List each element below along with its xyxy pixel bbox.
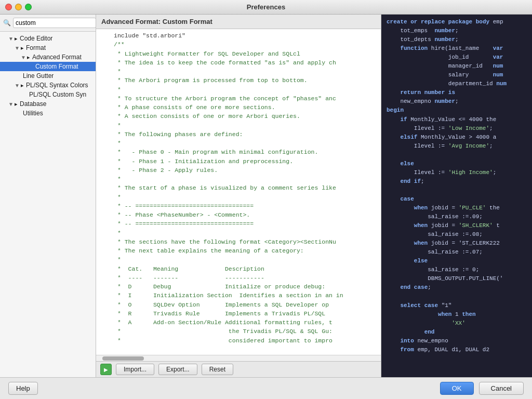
close-button[interactable] bbox=[5, 4, 12, 10]
code-line: * - Phase 0 - Main program with minimal … bbox=[96, 148, 381, 156]
sidebar-item-advanced-format[interactable]: ▼ ▸ Advanced Format bbox=[0, 52, 96, 62]
code-text: * bbox=[114, 67, 121, 76]
code-text: * Cat. Meaning Description bbox=[114, 264, 264, 273]
editor-title: Advanced Format: Custom Format bbox=[96, 15, 381, 29]
code-line: * bbox=[96, 121, 381, 130]
right-code-line: else bbox=[383, 257, 530, 265]
code-text: * bbox=[114, 255, 121, 264]
code-line: * considered important to impro bbox=[96, 336, 381, 345]
code-line: include "std.arbori" bbox=[96, 31, 381, 40]
right-code-line: end if; bbox=[383, 177, 530, 186]
code-text: * the Trivadis PL/SQL & SQL Gu: bbox=[114, 327, 332, 336]
right-code-line bbox=[383, 151, 530, 159]
code-text: * The idea is to keep the code formatted… bbox=[114, 58, 336, 67]
right-code-line: Ilevel := 'Avg Income'; bbox=[383, 142, 530, 151]
search-icon: 🔍 bbox=[3, 19, 11, 26]
right-code-line: new_empno number; bbox=[383, 97, 530, 106]
ok-button[interactable]: OK bbox=[440, 382, 474, 395]
arrow-icon: ▼ bbox=[8, 36, 15, 42]
right-code-line: when jobid = 'PU_CLE' the bbox=[383, 204, 530, 212]
scrollbar-thumb[interactable] bbox=[102, 356, 144, 361]
code-line: * - Phase 1 - Initialization and preproc… bbox=[96, 157, 381, 166]
code-line: * -- ================================= bbox=[96, 219, 381, 228]
help-button[interactable]: Help bbox=[8, 382, 38, 395]
right-code-line: when jobid = 'SH_CLERK' t bbox=[383, 221, 530, 230]
export-button[interactable]: Export... bbox=[158, 364, 197, 375]
sidebar-item-code-editor[interactable]: ▼ ▸ Code Editor bbox=[0, 34, 96, 43]
code-text: * The start of a phase is visualized by … bbox=[114, 183, 336, 192]
right-code-line: return number is bbox=[383, 88, 530, 97]
right-code-line: manager_id num bbox=[383, 62, 530, 71]
folder-icon: ▸ bbox=[15, 101, 18, 108]
horizontal-scrollbar[interactable] bbox=[96, 355, 381, 361]
right-code-line: create or replace package body emp bbox=[383, 18, 530, 26]
code-text: * bbox=[114, 193, 121, 202]
sidebar-item-plsql-syntax-colors[interactable]: ▼ ▸ PL/SQL Syntax Colors bbox=[0, 81, 96, 90]
code-text: * Lightweight Formatter for SQL Develope… bbox=[114, 49, 300, 58]
right-code-line: Ilevel := 'Low Income'; bbox=[383, 124, 530, 133]
code-text: * A Add-on Section/Rule Additional forma… bbox=[114, 318, 332, 327]
sidebar-item-label: Line Gutter bbox=[23, 72, 54, 79]
search-input[interactable] bbox=[13, 18, 96, 28]
code-text: * bbox=[114, 175, 121, 183]
code-text: * -- Phase <PhaseNumber> - <Comment>. bbox=[114, 210, 250, 219]
sidebar-item-utilities[interactable]: Utilities bbox=[0, 109, 96, 118]
minimize-button[interactable] bbox=[15, 4, 22, 10]
folder-icon: ▸ bbox=[21, 82, 24, 89]
code-line: * A phase consists of one ore more secti… bbox=[96, 103, 381, 112]
run-button[interactable]: ▶ bbox=[100, 364, 112, 375]
code-line: * D Debug Initialize or produce debug: bbox=[96, 282, 381, 291]
sidebar-item-format[interactable]: ▼ ▸ Format bbox=[0, 43, 96, 52]
right-code-line: case bbox=[383, 195, 530, 204]
sidebar-item-label: PL/SQL Custom Syn bbox=[29, 91, 86, 98]
sidebar: 🔍 ✕ ▼ ▸ Code Editor ▼ ▸ Format ▼ ▸ Advan… bbox=[0, 15, 96, 377]
code-line: * The following phases are defined: bbox=[96, 130, 381, 139]
right-code-line bbox=[383, 186, 530, 195]
right-code-line: when jobid = 'ST_CLERK222 bbox=[383, 239, 530, 248]
code-text: * R Trivadis Rule Implements a Trivadis … bbox=[114, 309, 325, 318]
right-code-line: from emp, DUAL d1, DUAL d2 bbox=[383, 345, 530, 354]
code-text: * The next table explains the meaning of… bbox=[114, 246, 304, 255]
folder-icon: ▸ bbox=[27, 54, 30, 61]
right-code-line: sal_raise :=.08; bbox=[383, 230, 530, 239]
code-line: * Cat. Meaning Description bbox=[96, 264, 381, 273]
editor-body: include "std.arbori"/** * Lightweight Fo… bbox=[96, 29, 381, 361]
import-button[interactable]: Import... bbox=[116, 364, 154, 375]
reset-button[interactable]: Reset bbox=[202, 364, 233, 375]
sidebar-item-database[interactable]: ▼ ▸ Database bbox=[0, 99, 96, 109]
arrow-icon: ▼ bbox=[8, 101, 15, 107]
title-bar: Preferences bbox=[0, 0, 532, 15]
code-line: * Lightweight Formatter for SQL Develope… bbox=[96, 49, 381, 58]
code-line: * bbox=[96, 255, 381, 264]
sidebar-item-line-gutter[interactable]: Line Gutter bbox=[0, 71, 96, 81]
code-text: * To structure the Arbori program the co… bbox=[114, 94, 336, 103]
editor-footer: ▶ Import... Export... Reset bbox=[96, 361, 381, 377]
right-code-line: end case; bbox=[383, 283, 530, 292]
code-text: * - Phase 2 - Apply rules. bbox=[114, 166, 218, 175]
right-code-line: 'XX' bbox=[383, 319, 530, 328]
right-code-line: tot_emps number; bbox=[383, 26, 530, 35]
arrow-icon: ▼ bbox=[15, 83, 21, 88]
code-line: * A Add-on Section/Rule Additional forma… bbox=[96, 318, 381, 327]
folder-icon: ▸ bbox=[21, 45, 24, 51]
sidebar-item-plsql-custom-syn[interactable]: PL/SQL Custom Syn bbox=[0, 90, 96, 99]
right-code-line: sal_raise := 0; bbox=[383, 265, 530, 274]
maximize-button[interactable] bbox=[25, 4, 32, 10]
cancel-button[interactable]: Cancel bbox=[479, 382, 524, 395]
right-code-line: job_id var bbox=[383, 53, 530, 62]
code-editor[interactable]: include "std.arbori"/** * Lightweight Fo… bbox=[96, 29, 381, 355]
code-text: * O SQLDev Option Implements a SQL Devel… bbox=[114, 300, 329, 309]
code-text: * bbox=[114, 121, 121, 130]
code-line: /** bbox=[96, 40, 381, 49]
code-text: * The sections have the following format… bbox=[114, 237, 336, 246]
sidebar-item-custom-format[interactable]: Custom Format bbox=[0, 62, 96, 71]
right-code-view[interactable]: create or replace package body emp tot_e… bbox=[381, 15, 532, 377]
arrow-icon: ▼ bbox=[21, 55, 27, 60]
right-code-line: when 1 then bbox=[383, 310, 530, 319]
window-controls[interactable] bbox=[5, 4, 32, 10]
code-line: * -- Phase <PhaseNumber> - <Comment>. bbox=[96, 210, 381, 219]
right-code-line: DBMS_OUTPUT.PUT_LINE(' bbox=[383, 274, 530, 283]
code-text: * D Debug Initialize or produce debug: bbox=[114, 282, 325, 291]
sidebar-item-label: Code Editor bbox=[20, 35, 52, 42]
code-line: * The Arbori program is processed from t… bbox=[96, 76, 381, 85]
